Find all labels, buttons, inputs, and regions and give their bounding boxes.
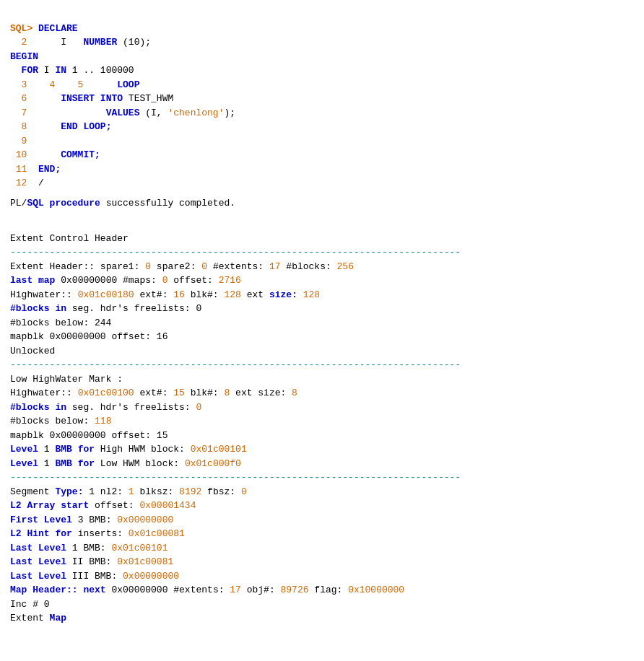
array-kw: Array start — [22, 500, 90, 511]
success-message: PL/SQL procedure successfully completed. — [10, 196, 634, 211]
size-val-num: 128 — [303, 289, 320, 300]
var-i: I — [61, 37, 83, 48]
l2-hint-kw1: L2 Hint — [10, 528, 50, 539]
low-blk-lbl: blk#: — [185, 388, 225, 398]
map-flag-val: 0x10000000 — [348, 585, 404, 595]
first-level-line: First Level 3 BMB: 0x00000000 — [10, 513, 634, 528]
low-hwm-title: Low HighWater Mark : — [10, 372, 634, 387]
type-kw: Type: — [55, 486, 83, 497]
low-hwm-line1: Highwater:: 0x01c00100 ext#: 15 blk#: 8 … — [10, 386, 634, 400]
blocks-val: 256 — [337, 261, 354, 272]
segment-type-line: Segment Type: 1 nl2: 1 blksz: 8192 fbsz:… — [10, 485, 634, 499]
inc-line: Inc # 0 — [10, 597, 634, 612]
extent-title: Extent Control Header — [10, 232, 634, 246]
declare-kw: DECLARE — [38, 23, 78, 34]
last2-val: 0x01c00081 — [117, 556, 173, 567]
unlocked: Unlocked — [10, 344, 634, 359]
low-hwm-val: 0x01c000f0 — [185, 458, 241, 469]
line11-num: 11 — [10, 164, 27, 175]
spare2-val: 0 — [201, 261, 207, 272]
low-mapblk: mapblk 0x00000000 offset: 15 — [10, 429, 634, 443]
divider1: ----------------------------------------… — [10, 245, 634, 260]
last1-num: 1 BMB: — [66, 543, 111, 553]
string-val: 'chenlong' — [167, 108, 224, 118]
for-var: I — [38, 65, 55, 76]
for-kw1: for — [72, 444, 95, 455]
commit-kw: COMMIT; — [61, 149, 100, 160]
divider3: ----------------------------------------… — [10, 470, 634, 485]
blksz-lbl: blksz: — [134, 486, 179, 497]
endloop-kw: END LOOP; — [61, 121, 111, 132]
offset-lbl: offset: — [167, 275, 218, 286]
plsql-text1: PL/ — [10, 198, 27, 209]
range: 1 .. 100000 — [66, 65, 134, 76]
low-size-val: 8 — [292, 388, 297, 398]
blocks-lbl: #blocks: — [281, 261, 337, 272]
line6-num: 6 — [10, 93, 27, 104]
extents-val: 17 — [269, 261, 281, 272]
table-name: TEST_HWM — [123, 93, 173, 104]
prompt: SQL> — [10, 23, 38, 34]
bmb-kw2: BMB — [55, 458, 71, 469]
low-ext-lbl: ext#: — [134, 388, 174, 398]
spare1-val: 0 — [145, 261, 151, 272]
for-kw2: for — [72, 458, 95, 469]
extent-header-line1: Extent Header:: spare1: 0 spare2: 0 #ext… — [10, 260, 634, 274]
mapblk-line: mapblk 0x00000000 offset: 16 — [10, 330, 634, 344]
line12-num: 12 — [10, 178, 27, 188]
extent-section: Extent Control Header ------------------… — [10, 217, 634, 626]
hw-prefix: Highwater:: — [10, 289, 78, 300]
map-kw1: Map — [10, 585, 27, 595]
high-hwm-val: 0x01c00101 — [191, 444, 247, 455]
slash: / — [38, 178, 44, 188]
number-kw: NUMBER — [83, 37, 117, 48]
last2-kw: Last Level — [10, 556, 66, 567]
map-kw2: Header:: — [27, 585, 77, 595]
map-header-line: Map Header:: next 0x00000000 #extents: 1… — [10, 583, 634, 597]
lastmap-kw: last map — [10, 275, 55, 286]
plsql-text2: successfully completed. — [100, 198, 235, 209]
low-hw-val: 0x01c00100 — [78, 388, 134, 398]
first-kw: First Level — [10, 515, 72, 525]
blocks-freelists: #blocks in seg. hdr's freelists: 0 — [10, 302, 634, 316]
map-next-val: 0x00000000 — [106, 585, 168, 595]
plsql-kw: SQL procedure — [27, 198, 100, 209]
segment-kw: Segment — [10, 486, 55, 497]
l2-hint-lbl: inserts: — [72, 528, 129, 539]
last3-num: III BMB: — [66, 571, 123, 582]
size-kw: size: — [269, 289, 297, 300]
size-val — [297, 289, 303, 300]
line10-num: 10 — [10, 149, 27, 160]
end-kw: END; — [38, 164, 61, 175]
map-obj-lbl: obj#: — [241, 585, 281, 595]
blksz-val: 8192 — [179, 486, 201, 497]
level1-num1: 1 — [38, 444, 55, 455]
extent-map-line: Extent Map — [10, 611, 634, 626]
level1-num2: 1 — [38, 458, 55, 469]
blk-val: 128 — [224, 289, 240, 300]
map-extents-lbl: #extents: — [167, 585, 230, 595]
type-val: 1 nl2: — [83, 486, 128, 497]
divider2: ----------------------------------------… — [10, 358, 634, 372]
l2-kw: L2 — [10, 500, 22, 511]
low-hw-prefix: Highwater:: — [10, 388, 78, 398]
last-level1-line: Last Level 1 BMB: 0x01c00101 — [10, 541, 634, 556]
l2-array-line: L2 Array start offset: 0x00001434 — [10, 499, 634, 513]
spare1-lbl: spare1: — [100, 261, 145, 272]
extent-header-line3: Highwater:: 0x01c00180 ext#: 16 blk#: 12… — [10, 288, 634, 302]
extents-lbl: #extents: — [207, 261, 269, 272]
in-kw: IN — [55, 65, 66, 76]
spare2-lbl: spare2: — [151, 261, 201, 272]
last-level2-line: Last Level II BMB: 0x01c00081 — [10, 555, 634, 569]
last-level3-line: Last Level III BMB: 0x00000000 — [10, 569, 634, 584]
nl2-val: 1 — [129, 486, 134, 497]
for-kw: FOR — [10, 65, 38, 76]
l2-hint-val: 0x01c00081 — [129, 528, 185, 539]
low-freelists: #blocks in seg. hdr's freelists: 0 — [10, 400, 634, 415]
ext-val: 16 — [173, 289, 185, 300]
low-hwm-txt: Low HWM block: — [95, 458, 185, 469]
l2-hint-line: L2 Hint for inserts: 0x01c00081 — [10, 527, 634, 541]
bmb-kw1: BMB — [55, 444, 71, 455]
loop-kw: LOOP — [117, 79, 139, 90]
blk-lbl: blk#: — [185, 289, 225, 300]
